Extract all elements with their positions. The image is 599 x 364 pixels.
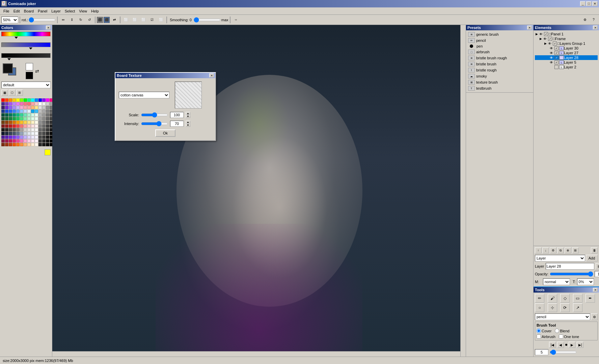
menu-help[interactable]: Help xyxy=(89,8,101,14)
palette-cell[interactable] xyxy=(27,110,31,113)
eye-layer28[interactable]: 👁 xyxy=(549,56,554,60)
flip-h-button[interactable]: ⇔ xyxy=(59,16,67,24)
value-gradient-bar[interactable] xyxy=(1,53,51,58)
palette-cell[interactable] xyxy=(9,135,12,139)
menu-layer[interactable]: Layer xyxy=(49,8,63,14)
palette-cell[interactable] xyxy=(24,132,27,135)
palette-cell[interactable] xyxy=(31,132,34,135)
settings-btn[interactable]: ⚙ xyxy=(581,16,589,24)
close-button[interactable]: ✕ xyxy=(592,1,598,6)
palette-cell[interactable] xyxy=(12,124,16,128)
palette-cell[interactable] xyxy=(46,117,49,120)
scale-up-button[interactable]: ▲ xyxy=(186,112,190,115)
palette-cell[interactable] xyxy=(24,121,27,124)
flip-v-button[interactable]: ⇕ xyxy=(68,16,76,24)
palette-cell[interactable] xyxy=(35,98,38,102)
tree-layer27[interactable]: 👁 ✓ L Layer 27 xyxy=(535,51,598,55)
palette-cell[interactable] xyxy=(42,98,46,102)
preset-bristle-brush[interactable]: ≋ bristle brush xyxy=(467,61,532,67)
layer-down-button[interactable]: ↓ xyxy=(542,247,549,253)
brush-size-slider[interactable] xyxy=(550,350,577,355)
palette-cell[interactable] xyxy=(24,124,27,128)
nav-next-button[interactable]: ▶ xyxy=(569,342,575,348)
palette-cell[interactable] xyxy=(38,110,42,113)
maximize-button[interactable]: □ xyxy=(586,1,592,6)
fg-swatch[interactable] xyxy=(3,63,13,73)
palette-cell[interactable] xyxy=(35,110,38,113)
palette-cell[interactable] xyxy=(46,135,49,139)
palette-cell[interactable] xyxy=(46,113,49,117)
palette-cell[interactable] xyxy=(12,135,16,139)
scale-down-button[interactable]: ▼ xyxy=(186,115,190,118)
tree-layer28[interactable]: 👁 ✓ L Layer 28 xyxy=(535,55,598,60)
palette-cell[interactable] xyxy=(27,143,31,146)
view-btn-3[interactable]: ⬜ xyxy=(139,16,147,24)
palette-cell[interactable] xyxy=(20,135,23,139)
palette-cell[interactable] xyxy=(20,106,23,109)
ok-button[interactable]: Ok xyxy=(155,129,175,137)
color-button-1[interactable]: ⬛ xyxy=(97,17,103,23)
palette-cell[interactable] xyxy=(42,117,46,120)
palette-cell[interactable] xyxy=(12,106,16,109)
palette-cell[interactable] xyxy=(38,139,42,143)
menu-board[interactable]: Board xyxy=(22,8,36,14)
palette-cell[interactable] xyxy=(31,135,34,139)
palette-cell[interactable] xyxy=(31,143,34,146)
color-button-2[interactable]: ⬛ xyxy=(104,17,110,23)
palette-cell[interactable] xyxy=(9,132,12,135)
tool-gear-button[interactable]: ⚙ xyxy=(591,313,598,320)
palette-cell[interactable] xyxy=(31,121,34,124)
palette-cell[interactable] xyxy=(24,102,27,105)
colors-panel-close[interactable]: ✕ xyxy=(46,26,51,30)
brush-size-input[interactable] xyxy=(535,349,548,355)
preset-airbrush[interactable]: ◌ airbrush xyxy=(467,49,532,55)
view-btn-2[interactable]: ⬜ xyxy=(131,16,139,24)
palette-cell[interactable] xyxy=(31,117,34,120)
palette-cell[interactable] xyxy=(5,139,8,143)
eye-frame[interactable]: 👁 xyxy=(543,37,547,41)
preset-testbrush[interactable]: T testbrush xyxy=(467,86,532,91)
palette-cell[interactable] xyxy=(31,102,34,105)
palette-cell[interactable] xyxy=(42,132,46,135)
tree-group1[interactable]: ▶ 👁 ✓ □ Layers Group 1 xyxy=(535,41,598,46)
palette-cell[interactable] xyxy=(27,102,31,105)
palette-cell[interactable] xyxy=(24,110,27,113)
palette-cell[interactable] xyxy=(16,106,20,109)
palette-cell[interactable] xyxy=(12,110,16,113)
palette-cell[interactable] xyxy=(24,143,27,146)
palette-cell[interactable] xyxy=(35,102,38,105)
palette-cell[interactable] xyxy=(24,117,27,120)
palette-cell[interactable] xyxy=(16,128,20,131)
scale-input[interactable] xyxy=(170,112,184,118)
canvas-area[interactable]: Board Texture ✕ cotton canvas linen roug… xyxy=(52,25,466,357)
palette-cell[interactable] xyxy=(5,143,8,146)
blend-radio[interactable] xyxy=(555,329,559,333)
palette-cell[interactable] xyxy=(38,128,42,131)
nav-first-button[interactable]: |◀ xyxy=(549,342,556,348)
palette-cell[interactable] xyxy=(1,139,5,143)
palette-cell[interactable] xyxy=(42,135,46,139)
palette-cell[interactable] xyxy=(9,128,12,131)
palette-cell[interactable] xyxy=(9,113,12,117)
palette-cell[interactable] xyxy=(27,117,31,120)
rotation-slider[interactable] xyxy=(29,17,56,23)
palette-cell[interactable] xyxy=(9,121,12,124)
menu-edit[interactable]: Edit xyxy=(11,8,22,14)
palette-cell[interactable] xyxy=(12,102,16,105)
arrow-tool-button[interactable]: ↗ xyxy=(573,303,582,312)
palette-cell[interactable] xyxy=(1,102,5,105)
joker-painting[interactable] xyxy=(52,25,466,357)
tree-check-layer5[interactable]: ✓ xyxy=(554,60,559,64)
white-swatch[interactable] xyxy=(26,63,33,70)
opacity-slider[interactable] xyxy=(550,271,593,277)
smoothing-slider[interactable] xyxy=(194,17,221,23)
palette-cell[interactable] xyxy=(42,143,46,146)
palette-cell[interactable] xyxy=(20,98,23,102)
palette-cell[interactable] xyxy=(35,113,38,117)
select-tool-button[interactable]: ○ xyxy=(535,303,544,312)
menu-file[interactable]: File xyxy=(1,8,11,14)
palette-cell[interactable] xyxy=(46,98,49,102)
black-swatch[interactable] xyxy=(26,72,33,79)
palette-cell[interactable] xyxy=(42,124,46,128)
palette-cell[interactable] xyxy=(46,110,49,113)
